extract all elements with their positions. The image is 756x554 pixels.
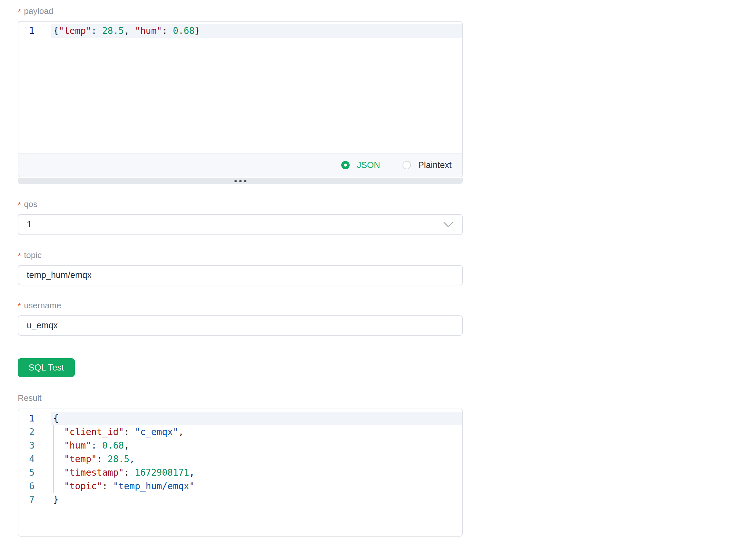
format-radio-json-label: JSON bbox=[357, 160, 380, 170]
line-number: 5 bbox=[18, 466, 51, 480]
code-line[interactable]: 4 "temp": 28.5, bbox=[18, 452, 462, 466]
username-label-text: username bbox=[24, 301, 61, 310]
code-text: "hum": 0.68, bbox=[51, 439, 462, 452]
required-asterisk: * bbox=[18, 251, 21, 261]
code-text: "client_id": "c_emqx", bbox=[51, 425, 462, 439]
sql-test-button[interactable]: SQL Test bbox=[18, 358, 75, 377]
required-asterisk: * bbox=[18, 7, 21, 16]
format-radio-plaintext-label: Plaintext bbox=[418, 160, 451, 170]
format-radio-json[interactable]: JSON bbox=[341, 160, 380, 170]
line-number: 4 bbox=[18, 452, 51, 466]
indent-guide bbox=[53, 466, 54, 480]
line-number: 6 bbox=[18, 480, 51, 493]
payload-format-toolbar: JSON Plaintext bbox=[18, 153, 462, 177]
radio-circle-icon bbox=[402, 161, 411, 169]
radio-circle-icon bbox=[341, 161, 349, 169]
username-field-label: * username bbox=[18, 301, 463, 310]
payload-editor-body[interactable]: 1{"temp": 28.5, "hum": 0.68} bbox=[18, 21, 462, 153]
code-line[interactable]: 2 "client_id": "c_emqx", bbox=[18, 425, 462, 439]
code-text: "timestamp": 1672908171, bbox=[51, 466, 462, 480]
result-editor-body[interactable]: 1{2 "client_id": "c_emqx",3 "hum": 0.68,… bbox=[18, 409, 462, 536]
line-number: 7 bbox=[18, 493, 51, 507]
required-asterisk: * bbox=[18, 200, 21, 210]
result-label: Result bbox=[18, 394, 463, 402]
code-text: "topic": "temp_hum/emqx" bbox=[51, 480, 462, 493]
code-line[interactable]: 1{ bbox=[18, 412, 462, 425]
payload-field-label: * payload bbox=[18, 7, 463, 15]
ellipsis-drag-handle-icon bbox=[234, 180, 247, 182]
code-line[interactable]: 3 "hum": 0.68, bbox=[18, 439, 462, 452]
payload-label-text: payload bbox=[24, 7, 53, 15]
format-radio-plaintext[interactable]: Plaintext bbox=[402, 160, 451, 170]
indent-guide bbox=[53, 425, 54, 439]
username-input[interactable] bbox=[18, 315, 463, 336]
topic-label-text: topic bbox=[24, 251, 42, 259]
code-text: { bbox=[51, 412, 462, 425]
payload-editor[interactable]: 1{"temp": 28.5, "hum": 0.68} JSON Plaint… bbox=[18, 21, 463, 177]
line-number: 1 bbox=[18, 412, 51, 425]
indent-guide bbox=[53, 439, 54, 452]
code-text: } bbox=[51, 493, 462, 507]
line-number: 2 bbox=[18, 425, 51, 439]
required-asterisk: * bbox=[18, 301, 21, 311]
code-line[interactable]: 7} bbox=[18, 493, 462, 507]
result-editor[interactable]: 1{2 "client_id": "c_emqx",3 "hum": 0.68,… bbox=[18, 408, 463, 537]
indent-guide bbox=[53, 452, 54, 466]
result-label-text: Result bbox=[18, 394, 42, 402]
code-line[interactable]: 1{"temp": 28.5, "hum": 0.68} bbox=[18, 24, 462, 38]
topic-field-label: * topic bbox=[18, 251, 463, 259]
qos-select-value: 1 bbox=[27, 220, 32, 230]
topic-input[interactable] bbox=[18, 265, 463, 285]
indent-guide bbox=[53, 480, 54, 493]
chevron-down-icon bbox=[443, 222, 453, 228]
editor-resize-handle[interactable] bbox=[18, 178, 463, 184]
code-line[interactable]: 6 "topic": "temp_hum/emqx" bbox=[18, 480, 462, 493]
sql-test-form: * payload 1{"temp": 28.5, "hum": 0.68} J… bbox=[18, 7, 463, 537]
line-number: 1 bbox=[18, 24, 51, 38]
code-text: "temp": 28.5, bbox=[51, 452, 462, 466]
qos-label-text: qos bbox=[24, 200, 38, 208]
code-text: {"temp": 28.5, "hum": 0.68} bbox=[51, 24, 462, 38]
qos-select[interactable]: 1 bbox=[18, 214, 463, 235]
qos-field-label: * qos bbox=[18, 200, 463, 208]
code-line[interactable]: 5 "timestamp": 1672908171, bbox=[18, 466, 462, 480]
line-number: 3 bbox=[18, 439, 51, 452]
